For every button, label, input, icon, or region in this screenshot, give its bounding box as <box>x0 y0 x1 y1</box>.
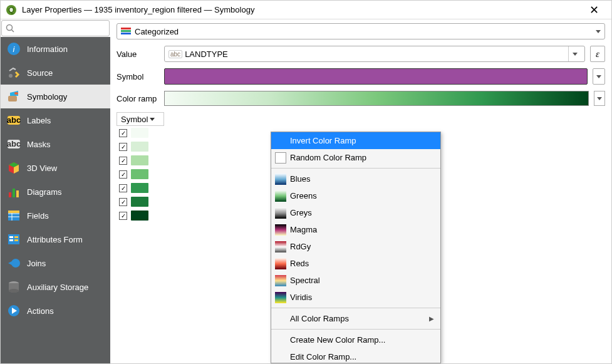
symbol-label: Symbol <box>117 72 159 81</box>
menu-item-label: Greens <box>290 191 317 200</box>
title-bar: Q Layer Properties — 1935 inventory_regi… <box>1 1 611 19</box>
actions-icon <box>7 304 21 318</box>
random-icon <box>275 152 286 164</box>
menu-item-label: All Color Ramps <box>290 314 349 323</box>
class-checkbox[interactable]: ✓ <box>119 170 127 179</box>
class-swatch <box>131 169 148 179</box>
svg-text:abc: abc <box>7 139 21 148</box>
svg-text:abc: abc <box>7 115 21 125</box>
sidebar-item-label: Fields <box>27 211 49 221</box>
sidebar-item-source[interactable]: Source <box>1 61 110 85</box>
sidebar-item-fields[interactable]: Fields <box>1 204 110 227</box>
menu-item[interactable]: RdGy <box>271 238 440 255</box>
menu-separator <box>271 308 440 308</box>
svg-rect-25 <box>14 239 18 241</box>
cube-icon <box>7 161 21 175</box>
class-swatch <box>131 197 148 207</box>
menu-item-label: Blues <box>290 174 311 184</box>
sidebar-item-label: 3D View <box>27 164 57 173</box>
svg-rect-24 <box>14 236 18 238</box>
class-swatch <box>131 128 148 138</box>
classes-table-header[interactable]: Symbol <box>117 112 164 126</box>
sidebar-item-actions[interactable]: Actions <box>1 299 110 323</box>
sidebar-item-label: Attributes Form <box>27 235 83 244</box>
svg-rect-20 <box>8 211 19 213</box>
class-checkbox[interactable]: ✓ <box>119 129 127 137</box>
sidebar-item-label: Joins <box>27 259 46 268</box>
chevron-down-icon <box>596 75 601 78</box>
sidebar-item-joins[interactable]: Joins <box>1 251 110 275</box>
sidebar-item-label: Diagrams <box>27 187 62 197</box>
class-checkbox[interactable]: ✓ <box>119 212 127 220</box>
expression-button[interactable]: ε <box>590 46 605 62</box>
sidebar-item-3dview[interactable]: 3D View <box>1 156 110 180</box>
class-checkbox[interactable]: ✓ <box>119 198 127 206</box>
field-type-badge: abc <box>169 50 182 58</box>
info-icon: i <box>7 42 21 56</box>
chevron-down-icon[interactable] <box>568 46 581 61</box>
menu-item[interactable]: Create New Color Ramp... <box>271 331 440 348</box>
svg-line-3 <box>12 30 14 33</box>
menu-item-label: Magma <box>290 225 317 234</box>
sidebar-item-information[interactable]: i Information <box>1 37 110 61</box>
color-ramp-dropdown-button[interactable] <box>594 91 605 106</box>
class-checkbox[interactable]: ✓ <box>119 157 127 165</box>
joins-icon <box>7 256 21 270</box>
menu-item[interactable]: Magma <box>271 221 440 238</box>
sidebar-item-labels[interactable]: abc Labels <box>1 108 110 132</box>
symbology-icon <box>7 90 21 103</box>
sidebar-item-diagrams[interactable]: Diagrams <box>1 180 110 204</box>
renderer-type-label: Categorized <box>135 27 179 36</box>
ramp-reds-icon <box>275 258 286 269</box>
menu-item[interactable]: Greens <box>271 187 440 204</box>
svg-rect-23 <box>9 239 13 241</box>
symbol-dropdown-button[interactable] <box>593 68 605 85</box>
menu-item-label: Greys <box>290 208 312 217</box>
class-swatch <box>131 142 148 152</box>
close-button[interactable]: ✕ <box>581 3 606 17</box>
menu-item[interactable]: All Color Ramps▶ <box>271 310 440 327</box>
ramp-blues-icon <box>275 174 286 185</box>
chevron-down-icon <box>596 30 601 33</box>
menu-item[interactable]: Blues <box>271 170 440 187</box>
sidebar-item-attributes-form[interactable]: Attributes Form <box>1 227 110 251</box>
class-swatch <box>131 183 148 193</box>
labels-icon: abc <box>7 113 21 127</box>
menu-item-label: Viridis <box>290 293 312 302</box>
menu-item[interactable]: Invert Color Ramp <box>271 132 440 149</box>
svg-point-6 <box>9 74 13 78</box>
renderer-type-combo[interactable]: Categorized <box>117 23 605 39</box>
class-swatch <box>131 155 148 165</box>
menu-item[interactable]: Edit Color Ramp... <box>271 348 440 363</box>
chevron-down-icon <box>150 118 155 121</box>
menu-item[interactable]: Spectral <box>271 272 440 289</box>
class-checkbox[interactable]: ✓ <box>119 143 127 151</box>
ramp-viridis-icon <box>275 292 286 303</box>
menu-item[interactable]: Viridis <box>271 289 440 306</box>
sidebar-item-auxiliary-storage[interactable]: Auxiliary Storage <box>1 275 110 299</box>
svg-point-2 <box>7 25 13 31</box>
menu-item[interactable]: Reds <box>271 255 440 272</box>
sidebar: i Information Source Symbology abc Label… <box>1 19 110 363</box>
search-input[interactable] <box>1 20 110 36</box>
sidebar-item-label: Labels <box>27 116 51 125</box>
sidebar-item-symbology[interactable]: Symbology <box>1 85 110 108</box>
fields-icon <box>7 209 21 222</box>
symbol-column-header[interactable]: Symbol <box>117 113 158 125</box>
ramp-spectral-icon <box>275 275 286 286</box>
source-icon <box>7 66 21 80</box>
value-field-combo[interactable]: abc LANDTYPE <box>164 46 585 62</box>
color-ramp-preview[interactable] <box>164 91 589 106</box>
svg-point-8 <box>14 92 18 95</box>
class-checkbox[interactable]: ✓ <box>119 184 127 192</box>
sidebar-item-masks[interactable]: abc Masks <box>1 132 110 156</box>
menu-item[interactable]: Greys <box>271 204 440 221</box>
svg-rect-13 <box>9 192 11 197</box>
symbol-swatch[interactable] <box>164 68 588 85</box>
categorized-icon <box>121 28 131 35</box>
ramp-greys-icon <box>275 207 286 219</box>
menu-item[interactable]: Random Color Ramp <box>271 149 440 166</box>
form-icon <box>7 232 21 246</box>
window-title: Layer Properties — 1935 inventory_region… <box>22 5 581 14</box>
class-swatch <box>131 211 148 221</box>
